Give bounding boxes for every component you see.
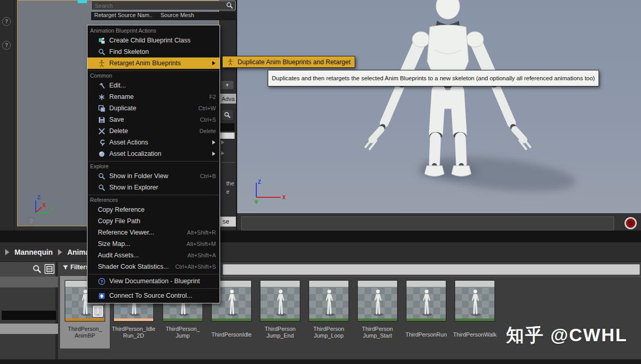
menu-item-connect-to-source-control[interactable]: Connect To Source Control... xyxy=(88,290,220,301)
menu-section-header: References xyxy=(88,196,220,204)
sources-toggle-group xyxy=(0,262,58,276)
asset-label: ThirdPerson_Idle Run_2D xyxy=(106,326,161,339)
retarget-table-header: Retarget Source Nam.. Source Mesh xyxy=(91,12,236,20)
asset-thumbnail xyxy=(406,280,446,322)
shortcut: Alt+Shift+R xyxy=(187,229,216,236)
asset-thumbnail xyxy=(309,280,349,322)
filters-button[interactable]: Filters xyxy=(62,264,89,271)
column-header: Source Mesh xyxy=(161,12,194,20)
asset-tile[interactable]: ThirdPersonRun xyxy=(402,277,450,355)
menu-item-asset-localization[interactable]: Asset Localization xyxy=(88,148,220,159)
menu-separator xyxy=(89,161,218,162)
breadcrumb-item-mannequin[interactable]: Mannequin xyxy=(14,248,53,256)
search-icon[interactable] xyxy=(32,264,42,274)
sources-row[interactable] xyxy=(0,324,58,334)
mannequin-thumb-figure xyxy=(274,289,287,318)
menu-item-edit[interactable]: Edit... xyxy=(88,80,220,91)
dropdown-button[interactable]: ▼ xyxy=(221,80,234,90)
asset-type-bar xyxy=(260,318,300,321)
mannequin-icon xyxy=(98,60,106,67)
menu-item-retarget-anim-blueprints[interactable]: Retarget Anim Blueprints xyxy=(88,57,220,69)
sources-row[interactable] xyxy=(0,277,58,287)
asset-type-bar xyxy=(309,318,348,321)
menu-item-delete[interactable]: Delete Delete xyxy=(88,125,220,137)
mannequin-character xyxy=(237,0,641,213)
context-menu: Animation Blueprint Actions Create Child… xyxy=(87,25,220,303)
filters-label: Filters xyxy=(70,264,89,271)
mannequin-thumb-figure xyxy=(225,289,239,318)
menu-item-reference-viewer[interactable]: Reference Viewer... Alt+Shift+R xyxy=(88,227,220,238)
asset-search-input[interactable] xyxy=(223,264,640,275)
expander-arrow-icon[interactable] xyxy=(221,140,225,145)
help-icon[interactable]: ? xyxy=(27,217,36,226)
menu-item-save[interactable]: Save Ctrl+S xyxy=(88,114,220,125)
menu-item-find-skeleton[interactable]: Find Skeleton xyxy=(88,46,220,57)
menu-section-header: Explore xyxy=(88,163,220,170)
menu-item-audit-assets[interactable]: Audit Assets... Alt+Shift+A xyxy=(88,250,220,261)
menu-separator xyxy=(89,288,218,289)
asset-label: ThirdPerson_ AnimBP xyxy=(57,326,112,339)
menu-item-show-in-folder-view[interactable]: Show in Folder View Ctrl+B xyxy=(88,170,220,182)
dialog-right-sliver: ▼ Adva the e se xyxy=(220,0,237,230)
advanced-button-partial[interactable]: Adva xyxy=(220,94,236,104)
list-view-icon[interactable] xyxy=(45,264,54,274)
menu-item-duplicate[interactable]: Duplicate Ctrl+W xyxy=(88,103,220,114)
submenu-arrow-icon xyxy=(212,140,216,145)
input-fragment[interactable] xyxy=(220,123,235,131)
expander-arrow-icon[interactable] xyxy=(221,151,225,156)
submenu-arrow-icon xyxy=(212,61,216,66)
globe-icon xyxy=(98,150,106,158)
axis-z-label: Z xyxy=(37,195,40,200)
menu-item-copy-file-path[interactable]: Copy File Path xyxy=(88,215,220,227)
help-icon[interactable]: ? xyxy=(2,17,11,26)
breadcrumb-item-animations[interactable]: Anima xyxy=(67,248,90,256)
main-viewport[interactable]: Z X xyxy=(237,0,641,213)
asset-tile[interactable]: ThirdPerson Jump_Loop xyxy=(304,277,353,355)
submenu-item-duplicate-anim-blueprints-and-retarget[interactable]: Duplicate Anim Blueprints and Retarget xyxy=(222,56,355,68)
asset-tile[interactable]: ThirdPerson Jump_Start xyxy=(353,277,402,355)
menu-item-view-documentation[interactable]: View Documentation - Blueprint xyxy=(88,275,220,287)
tooltip: Duplicates and then retargets the select… xyxy=(268,70,599,86)
dialog-search-input[interactable] xyxy=(91,1,236,10)
mannequin-thumb-figure xyxy=(420,289,433,318)
menu-item-rename[interactable]: Rename F2 xyxy=(88,91,220,103)
asset-label: ThirdPerson_ Jump xyxy=(155,326,210,339)
shortcut: Delete xyxy=(199,128,216,134)
asset-thumbnail xyxy=(357,280,398,322)
menu-item-create-child-blueprint-class[interactable]: Create Child Blueprint Class xyxy=(88,35,220,46)
help-icon[interactable]: ? xyxy=(2,41,11,50)
axis-z-label: Z xyxy=(258,179,261,185)
menu-separator xyxy=(89,195,218,195)
record-button[interactable] xyxy=(624,217,637,229)
asset-tile[interactable]: ThirdPerson Jump_End xyxy=(256,277,304,355)
asset-type-bar xyxy=(163,318,202,321)
asset-label: ThirdPersonRun xyxy=(399,331,454,338)
search-icon[interactable] xyxy=(221,109,234,121)
mannequin-icon xyxy=(227,58,234,66)
menu-item-show-in-explorer[interactable]: Show in Explorer xyxy=(88,182,220,193)
asset-label: ThirdPerson Jump_Loop xyxy=(301,326,356,339)
asset-tile[interactable]: ThirdPersonWalk xyxy=(450,277,499,355)
sources-input[interactable] xyxy=(1,310,57,321)
shortcut: Alt+Shift+A xyxy=(187,252,216,258)
menu-item-shader-cook-statistics[interactable]: Shader Cook Statistics... Ctrl+Alt+Shift… xyxy=(88,261,220,272)
mannequin-thumb-figure xyxy=(323,289,336,318)
chevron-right-icon xyxy=(58,249,62,255)
blueprint-overlay-icon xyxy=(93,305,103,317)
asterisk-icon xyxy=(98,93,106,101)
duplicate-icon xyxy=(98,105,106,112)
help-icon xyxy=(98,278,106,285)
menu-separator xyxy=(89,70,218,71)
menu-item-copy-reference[interactable]: Copy Reference xyxy=(88,204,220,215)
magnifier-icon xyxy=(98,184,106,192)
slider-fragment[interactable] xyxy=(220,133,235,139)
menu-item-size-map[interactable]: Size Map... Alt+Shift+M xyxy=(88,238,220,250)
shortcut: F2 xyxy=(209,94,216,100)
timeline-track[interactable] xyxy=(241,216,614,230)
close-button-partial[interactable]: se xyxy=(220,216,236,227)
menu-item-asset-actions[interactable]: Asset Actions xyxy=(88,137,220,148)
ui-fragment xyxy=(78,0,87,3)
magnifier-icon xyxy=(98,48,106,56)
hammer-icon xyxy=(98,82,106,90)
shortcut: Ctrl+S xyxy=(200,117,216,123)
